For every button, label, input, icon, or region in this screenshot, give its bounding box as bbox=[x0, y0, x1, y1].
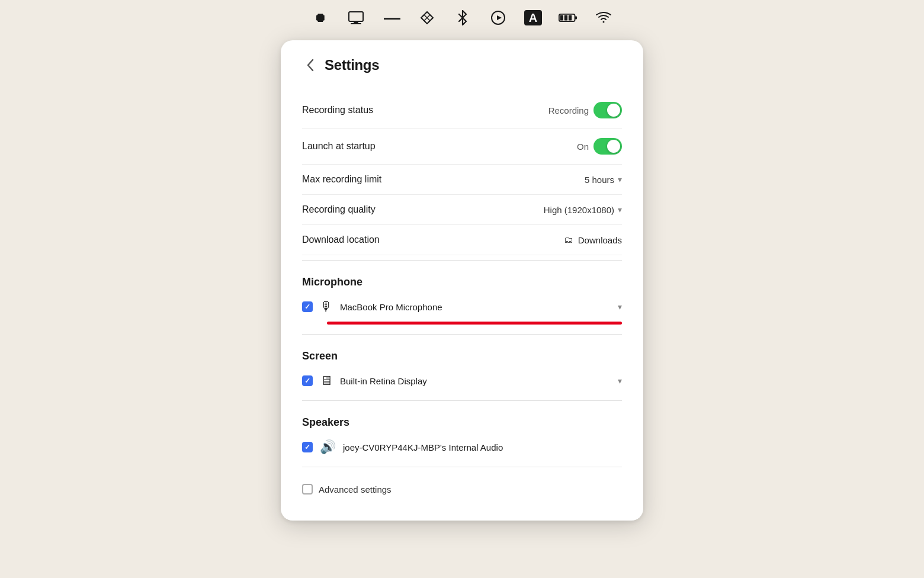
microphone-section-header: Microphone bbox=[302, 265, 622, 294]
record-icon[interactable]: ⏺ bbox=[311, 8, 330, 27]
svg-rect-0 bbox=[349, 12, 363, 21]
section-divider-1 bbox=[302, 260, 622, 261]
settings-title: Settings bbox=[325, 57, 379, 73]
chevron-down-icon-3: ▾ bbox=[618, 302, 622, 312]
download-location-label: Download location bbox=[302, 235, 380, 245]
microphone-dropdown[interactable]: MacBook Pro Microphone ▾ bbox=[340, 302, 622, 312]
microphone-checkbox[interactable]: ✓ bbox=[302, 301, 313, 312]
microphone-device-name: MacBook Pro Microphone bbox=[340, 302, 442, 312]
speakers-device-name: joey-CV0RYP44KJ-MBP's Internal Audio bbox=[343, 442, 622, 452]
recording-quality-label: Recording quality bbox=[302, 204, 376, 215]
screen-device-name: Built-in Retina Display bbox=[340, 376, 427, 386]
checkmark-icon-2: ✓ bbox=[304, 377, 310, 385]
dash-icon[interactable]: — bbox=[382, 8, 401, 27]
max-recording-limit-label: Max recording limit bbox=[302, 174, 381, 185]
recording-quality-value: High (1920x1080) bbox=[544, 205, 614, 215]
toggle-knob-2 bbox=[607, 140, 620, 153]
download-location-text: Downloads bbox=[578, 235, 622, 245]
screen-recorder-icon[interactable] bbox=[346, 8, 365, 27]
monitor-icon: 🖥 bbox=[320, 373, 333, 388]
screen-device-row: ✓ 🖥 Built-in Retina Display ▾ bbox=[302, 368, 622, 396]
advanced-settings-label: Advanced settings bbox=[319, 484, 392, 494]
svg-rect-9 bbox=[564, 15, 567, 21]
launch-at-startup-row: Launch at startup On bbox=[302, 129, 622, 165]
speakers-checkbox[interactable]: ✓ bbox=[302, 442, 313, 452]
chevron-down-icon-4: ▾ bbox=[618, 376, 622, 386]
wifi-icon[interactable] bbox=[594, 8, 613, 27]
recording-status-label: Recording status bbox=[302, 105, 373, 115]
svg-rect-10 bbox=[569, 15, 572, 21]
speakers-device-row: ✓ 🔊 joey-CV0RYP44KJ-MBP's Internal Audio bbox=[302, 435, 622, 462]
svg-rect-8 bbox=[560, 15, 563, 21]
settings-header: Settings bbox=[302, 57, 622, 73]
advanced-settings-checkbox[interactable] bbox=[302, 484, 313, 494]
audio-level-bar bbox=[327, 322, 622, 325]
checkmark-icon: ✓ bbox=[304, 303, 310, 311]
section-divider-4 bbox=[302, 467, 622, 467]
chevron-down-icon-2: ▾ bbox=[618, 205, 622, 214]
microphone-icon: 🎙 bbox=[320, 299, 333, 314]
advanced-settings-row: Advanced settings bbox=[302, 472, 622, 499]
recording-quality-row: Recording quality High (1920x1080) ▾ bbox=[302, 195, 622, 225]
back-button[interactable] bbox=[302, 57, 319, 73]
max-recording-limit-dropdown[interactable]: 5 hours ▾ bbox=[585, 175, 622, 185]
play-icon[interactable] bbox=[489, 8, 508, 27]
screen-dropdown[interactable]: Built-in Retina Display ▾ bbox=[340, 376, 622, 386]
chevron-down-icon: ▾ bbox=[618, 175, 622, 184]
speakers-section-header: Speakers bbox=[302, 406, 622, 435]
launch-at-startup-value: On bbox=[577, 138, 622, 155]
section-divider-2 bbox=[302, 334, 622, 335]
svg-marker-6 bbox=[497, 15, 502, 20]
font-icon[interactable]: A bbox=[524, 10, 542, 25]
diamond-icon[interactable] bbox=[418, 8, 437, 27]
launch-at-startup-label: Launch at startup bbox=[302, 141, 376, 152]
recording-status-row: Recording status Recording bbox=[302, 92, 622, 129]
microphone-device-row: ✓ 🎙 MacBook Pro Microphone ▾ bbox=[302, 294, 622, 322]
download-location-row: Download location 🗂 Downloads bbox=[302, 225, 622, 255]
settings-panel: Settings Recording status Recording Laun… bbox=[281, 40, 643, 521]
download-location-value[interactable]: 🗂 Downloads bbox=[564, 235, 622, 245]
recording-quality-dropdown[interactable]: High (1920x1080) ▾ bbox=[544, 205, 622, 215]
svg-rect-11 bbox=[575, 16, 578, 19]
folder-icon: 🗂 bbox=[564, 235, 573, 245]
recording-status-text: Recording bbox=[548, 105, 589, 115]
speaker-icon: 🔊 bbox=[320, 439, 336, 455]
battery-icon[interactable] bbox=[559, 8, 578, 27]
screen-section-header: Screen bbox=[302, 339, 622, 368]
max-recording-limit-value: 5 hours bbox=[585, 175, 614, 185]
menubar: ⏺ — A bbox=[0, 0, 924, 36]
screen-checkbox[interactable]: ✓ bbox=[302, 375, 313, 386]
recording-status-toggle[interactable] bbox=[593, 102, 622, 118]
checkmark-icon-3: ✓ bbox=[304, 443, 310, 451]
launch-at-startup-text: On bbox=[577, 142, 589, 152]
launch-at-startup-toggle[interactable] bbox=[593, 138, 622, 155]
recording-status-value: Recording bbox=[548, 102, 622, 118]
bluetooth-icon[interactable] bbox=[453, 8, 472, 27]
section-divider-3 bbox=[302, 400, 622, 401]
max-recording-limit-row: Max recording limit 5 hours ▾ bbox=[302, 165, 622, 195]
toggle-knob bbox=[607, 104, 620, 117]
